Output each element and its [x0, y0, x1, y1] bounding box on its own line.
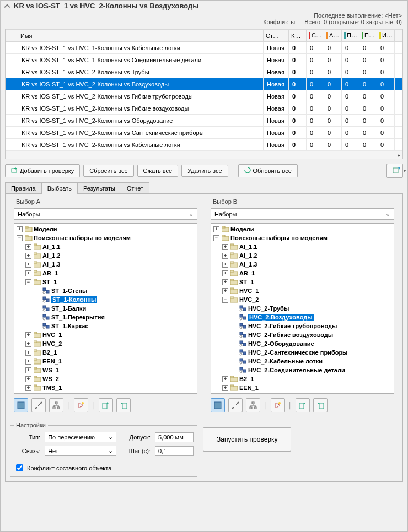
- tree-item-label[interactable]: HVC_1: [239, 287, 259, 294]
- expander-icon[interactable]: [231, 332, 237, 338]
- tool-import-sel[interactable]: [296, 398, 310, 412]
- link-combo[interactable]: Нет⌄: [45, 446, 116, 456]
- tree-item-label[interactable]: ST_1-Балки: [51, 305, 86, 312]
- tree-item-label[interactable]: WS_1: [239, 393, 256, 394]
- tree-item-label[interactable]: ST_1-Колонны: [51, 296, 97, 303]
- tool-play[interactable]: [74, 398, 88, 412]
- selection-a-combo[interactable]: Наборы ⌄: [14, 208, 197, 220]
- expander-icon[interactable]: [25, 341, 31, 347]
- tree-item-label[interactable]: AI_1.2: [239, 252, 257, 259]
- expander-icon[interactable]: [231, 341, 237, 347]
- tree-item-label[interactable]: Модели: [230, 226, 254, 232]
- expander-icon[interactable]: [231, 314, 237, 321]
- tree-item-label[interactable]: HVC_2-Кабельные лотки: [248, 358, 323, 365]
- tree-item-label[interactable]: B2_1: [42, 349, 57, 356]
- expander-icon[interactable]: [34, 306, 40, 312]
- expander-icon[interactable]: [231, 367, 237, 373]
- step-input[interactable]: 0,1: [155, 446, 194, 456]
- tree-item-label[interactable]: HVC_2-Соединительные детали: [248, 367, 345, 373]
- selection-b-tree[interactable]: МоделиПоисковые наборы по моделямAI_1.1A…: [211, 223, 394, 394]
- tree-item-label[interactable]: ST_1: [239, 279, 254, 285]
- expander-icon[interactable]: [222, 288, 228, 294]
- tree-item-label[interactable]: AI_1.1: [42, 243, 60, 250]
- expander-icon[interactable]: [222, 270, 228, 276]
- expander-icon[interactable]: [231, 350, 237, 356]
- tool-tree[interactable]: [49, 398, 63, 412]
- expander-icon[interactable]: [25, 270, 31, 276]
- tool-tree[interactable]: [246, 398, 260, 412]
- col-s[interactable]: С…: [307, 30, 324, 42]
- tree-item-label[interactable]: HVC_2-Трубы: [248, 305, 289, 312]
- tree-item-label[interactable]: ST_1: [42, 279, 57, 285]
- tree-item-label[interactable]: WS_1: [42, 367, 59, 373]
- col-name[interactable]: Имя: [18, 30, 264, 42]
- selection-a-tree[interactable]: МоделиПоисковые наборы по моделямAI_1.1A…: [14, 223, 197, 394]
- expander-icon[interactable]: [34, 323, 40, 329]
- table-row[interactable]: KR vs IOS-ST_1 vs HVC_1-Колонны vs Соеди…: [6, 54, 402, 66]
- tree-item-label[interactable]: HVC_2: [239, 296, 259, 303]
- col-p2[interactable]: П…: [359, 30, 377, 42]
- tree-item-label[interactable]: ST_1-Стены: [51, 287, 87, 294]
- expander-icon[interactable]: [34, 297, 40, 303]
- tree-item-label[interactable]: HVC_1: [42, 332, 62, 338]
- expander-icon[interactable]: [231, 359, 237, 365]
- refresh-all-button[interactable]: Обновить все: [238, 164, 298, 177]
- expander-icon[interactable]: [231, 306, 237, 312]
- expander-icon[interactable]: [34, 288, 40, 294]
- tab-results[interactable]: Результаты: [77, 182, 121, 194]
- tree-item-label[interactable]: TMS_1: [42, 384, 62, 391]
- tree-item-label[interactable]: HVC_2-Гибкие воздуховоды: [248, 332, 333, 338]
- expander-icon[interactable]: [222, 262, 228, 268]
- expander-icon[interactable]: [25, 385, 31, 391]
- delete-all-button[interactable]: Удалить все: [181, 165, 228, 177]
- table-row[interactable]: KR vs IOS-ST_1 vs HVC_2-Колонны vs Гибки…: [6, 90, 402, 102]
- table-row[interactable]: KR vs IOS-ST_1 vs HVC_2-Колонны vs Гибки…: [6, 102, 402, 115]
- expander-icon[interactable]: [25, 262, 31, 268]
- expander-icon[interactable]: [231, 323, 237, 329]
- tree-item-label[interactable]: HVC_2-Воздуховоды: [248, 314, 314, 321]
- tool-select-box[interactable]: [211, 398, 225, 412]
- expander-icon[interactable]: [222, 253, 228, 259]
- tree-item-label[interactable]: EEN_1: [239, 384, 259, 391]
- tool-play[interactable]: [271, 398, 285, 412]
- tree-item-label[interactable]: AI_1.3: [42, 261, 60, 268]
- expander-icon[interactable]: [222, 376, 228, 382]
- tool-export-sel[interactable]: [116, 398, 131, 412]
- import-export-button[interactable]: ▾: [386, 164, 403, 178]
- table-row[interactable]: KR vs IOS-ST_1 vs HVC_2-Колонны vs Кабел…: [6, 139, 402, 151]
- compress-all-button[interactable]: Сжать все: [137, 165, 179, 177]
- tool-select-box[interactable]: [14, 398, 28, 412]
- tree-item-label[interactable]: Модели: [34, 226, 57, 232]
- col-p1[interactable]: П…: [342, 30, 359, 42]
- col-blank[interactable]: [6, 30, 18, 42]
- horizontal-scrollbar[interactable]: ▸: [6, 151, 402, 159]
- col-i[interactable]: И…: [377, 30, 395, 42]
- run-check-button[interactable]: Запустить проверку: [203, 427, 291, 452]
- tolerance-input[interactable]: 5,000 мм: [155, 432, 194, 442]
- expander-icon[interactable]: [25, 244, 31, 250]
- tree-item-label[interactable]: ST_1-Перекрытия: [51, 314, 105, 321]
- tree-item-label[interactable]: ST_1-Каркас: [51, 323, 88, 329]
- add-check-button[interactable]: Добавить проверку: [5, 164, 80, 177]
- tree-item-label[interactable]: AR_1: [239, 270, 255, 276]
- tree-item-label[interactable]: EEN_1: [42, 358, 62, 365]
- tree-item-label[interactable]: HVC_2-Гибкие трубопроводы: [248, 323, 337, 329]
- expander-icon[interactable]: [222, 297, 228, 303]
- tool-export-sel[interactable]: [313, 398, 328, 412]
- tab-rules[interactable]: Правила: [5, 182, 42, 194]
- tree-item-label[interactable]: HVC_2-Оборудование: [248, 340, 314, 347]
- tree-item-label[interactable]: HVC_2-Сантехнические приборы: [248, 349, 348, 356]
- table-row[interactable]: KR vs IOS-ST_1 vs HVC_1-Колонны vs Кабел…: [6, 42, 402, 54]
- table-row[interactable]: KR vs IOS-ST_1 vs HVC_2-Колонны vs Возду…: [6, 78, 402, 90]
- col-status[interactable]: Ст…: [264, 30, 289, 42]
- tool-import-sel[interactable]: [99, 398, 113, 412]
- composite-checkbox[interactable]: [16, 464, 23, 471]
- tree-item-label[interactable]: B2_1: [239, 376, 254, 382]
- collapse-caret-icon[interactable]: [4, 3, 10, 9]
- table-row[interactable]: KR vs IOS-ST_1 vs HVC_2-Колонны vs Трубы…: [6, 66, 402, 78]
- tab-select[interactable]: Выбрать: [41, 182, 78, 194]
- tool-line[interactable]: [31, 398, 46, 412]
- expander-icon[interactable]: [25, 279, 31, 285]
- col-a[interactable]: А…: [324, 30, 342, 42]
- col-k[interactable]: К…: [289, 30, 307, 42]
